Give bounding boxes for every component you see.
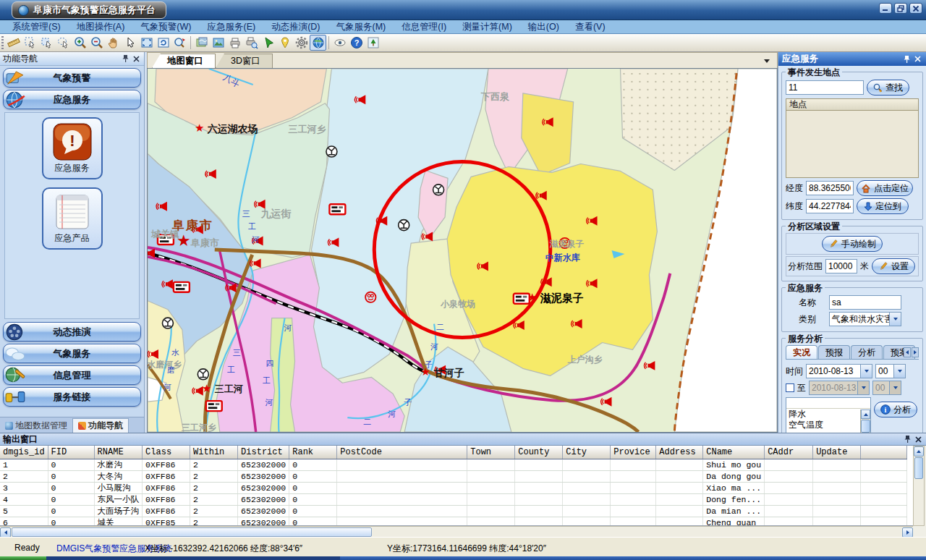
column-header[interactable]: dmgis_id <box>0 446 48 459</box>
zoom-in-icon[interactable] <box>72 35 88 51</box>
nav-group-信息管理[interactable]: 信息管理 <box>3 365 141 385</box>
menu-item[interactable]: 信息管理(I) <box>394 20 454 34</box>
zoom-out-icon[interactable] <box>88 35 105 51</box>
goto-button[interactable]: 定位到 <box>857 198 909 214</box>
placemark-icon[interactable] <box>276 35 293 51</box>
analysis-tab-实况[interactable]: 实况 <box>786 345 817 359</box>
column-header[interactable]: Update <box>813 446 861 459</box>
location-search-input[interactable] <box>786 80 864 95</box>
range-input[interactable] <box>825 259 857 273</box>
measure-icon[interactable] <box>5 35 22 51</box>
scrollbar-thumb[interactable] <box>12 527 372 537</box>
map-canvas[interactable]: ★★★★★ 六运湖农场三工河乡下西泉八斗九运街阜康市城关镇阜康市滋泥泉子中新水库… <box>147 68 778 433</box>
menu-item[interactable]: 查看(V) <box>567 20 613 34</box>
column-header[interactable]: District <box>238 446 289 459</box>
column-header[interactable]: CName <box>703 446 765 459</box>
map-tab-3D窗口[interactable]: 3D窗口 <box>216 54 273 68</box>
pointer-icon[interactable] <box>122 35 138 51</box>
nav-group-气象服务[interactable]: 气象服务 <box>3 344 141 363</box>
output-vertical-scrollbar[interactable] <box>913 446 925 526</box>
close-icon[interactable] <box>131 54 141 64</box>
menu-item[interactable]: 应急服务(E) <box>199 20 263 34</box>
column-header[interactable]: Address <box>656 446 703 459</box>
nav-tab-功能导航[interactable]: 功能导航 <box>72 418 129 433</box>
nav-group-气象预警[interactable]: 气象预警 <box>3 68 141 88</box>
refresh-icon[interactable] <box>155 35 171 51</box>
analysis-tab-预报[interactable]: 预报 <box>818 345 850 359</box>
column-header[interactable]: Rank <box>289 446 337 459</box>
table-row[interactable]: 20大冬沟0XFF8626523020000Da dong gou <box>0 470 907 482</box>
longitude-input[interactable] <box>806 181 854 195</box>
restore-button[interactable] <box>894 3 907 14</box>
menu-item[interactable]: 气象服务(M) <box>328 20 394 34</box>
element-listbox[interactable]: 降水空气温度 <box>786 397 871 433</box>
menu-item[interactable]: 输出(O) <box>520 20 567 34</box>
date-to-select[interactable]: 2010-08-13 <box>809 381 870 395</box>
select-box-icon[interactable] <box>38 35 55 51</box>
export-image-icon[interactable] <box>210 35 226 51</box>
table-row[interactable]: 60城关0XFF8526523020000Cheng guan <box>0 517 907 526</box>
globe-icon[interactable] <box>310 35 326 51</box>
select-icon[interactable] <box>22 35 38 51</box>
nav-group-应急服务[interactable]: 应急服务 <box>3 90 141 109</box>
tab-scroll-left-icon[interactable] <box>904 347 911 357</box>
date-select[interactable]: 2010-08-13 <box>806 364 872 378</box>
manual-draw-button[interactable]: 手动绘制 <box>822 236 883 252</box>
menu-item[interactable]: 气象预警(W) <box>132 20 199 34</box>
column-header[interactable]: RNAME <box>94 446 143 459</box>
output-horizontal-scrollbar[interactable] <box>0 526 913 538</box>
analysis-tab-分析[interactable]: 分析 <box>851 345 883 359</box>
hour-select[interactable]: 00 <box>875 364 906 378</box>
zoom-window-icon[interactable] <box>171 35 188 51</box>
pin-icon[interactable] <box>121 54 131 64</box>
click-locate-button[interactable]: 点击定位 <box>857 180 913 196</box>
nav-button-应急产品[interactable]: 应急产品 <box>42 187 103 250</box>
help-icon[interactable]: ? <box>348 35 365 51</box>
range-set-button[interactable]: 设置 <box>872 258 915 274</box>
table-row[interactable]: 10水磨沟0XFF8626523020000Shui mo gou <box>0 459 907 470</box>
column-header[interactable]: County <box>515 446 563 459</box>
table-row[interactable]: 50大面场子沟0XFF8626523020000Da mian ... <box>0 505 907 517</box>
column-header[interactable]: City <box>563 446 611 459</box>
export-tree-icon[interactable] <box>365 35 381 51</box>
menu-item[interactable]: 地图操作(A) <box>69 20 133 34</box>
column-header[interactable]: Class <box>143 446 190 459</box>
close-icon[interactable] <box>912 54 922 64</box>
column-header[interactable]: FID <box>48 446 94 459</box>
tab-scroll-right-icon[interactable] <box>912 347 919 357</box>
scrollbar-thumb[interactable] <box>914 457 923 479</box>
full-extent-icon[interactable] <box>138 35 155 51</box>
service-name-input[interactable] <box>829 295 901 310</box>
pin-icon[interactable] <box>902 54 912 64</box>
pin-icon[interactable] <box>903 434 913 444</box>
list-item[interactable]: 空气温度 <box>786 420 870 430</box>
nav-group-服务链接[interactable]: 服务链接 <box>3 387 141 407</box>
eye-icon[interactable] <box>331 35 348 51</box>
column-header[interactable]: Town <box>467 446 515 459</box>
menu-item[interactable]: 测量计算(M) <box>454 20 520 34</box>
map-layers-icon[interactable] <box>193 35 210 51</box>
column-header[interactable]: PostCode <box>337 446 467 459</box>
search-button[interactable]: 查找 <box>867 80 909 96</box>
latitude-input[interactable] <box>806 199 854 213</box>
place-list[interactable] <box>786 111 919 178</box>
hour-to-select[interactable]: 00 <box>872 381 901 395</box>
map-dropdown-button[interactable] <box>761 56 773 67</box>
map-tab-地图窗口[interactable]: 地图窗口 <box>152 54 216 68</box>
close-button[interactable] <box>909 3 922 14</box>
to-checkbox[interactable] <box>786 383 794 392</box>
pan-icon[interactable] <box>105 35 122 51</box>
menu-item[interactable]: 动态推演(D) <box>263 20 328 34</box>
select-lasso-icon[interactable] <box>55 35 72 51</box>
minimize-button[interactable] <box>879 3 892 14</box>
toolbar-grip[interactable] <box>1 36 4 49</box>
nav-tab-地图数据管理[interactable]: 地图数据管理 <box>0 418 72 433</box>
menu-item[interactable]: 系统管理(S) <box>4 20 69 34</box>
column-header[interactable]: Within <box>190 446 238 459</box>
close-icon[interactable] <box>913 434 923 444</box>
pick-arrow-icon[interactable] <box>260 35 276 51</box>
listbox-scrollbar[interactable] <box>860 410 870 433</box>
list-item[interactable]: 降水 <box>786 409 870 420</box>
print-preview-icon[interactable] <box>243 35 260 51</box>
print-icon[interactable] <box>226 35 243 51</box>
